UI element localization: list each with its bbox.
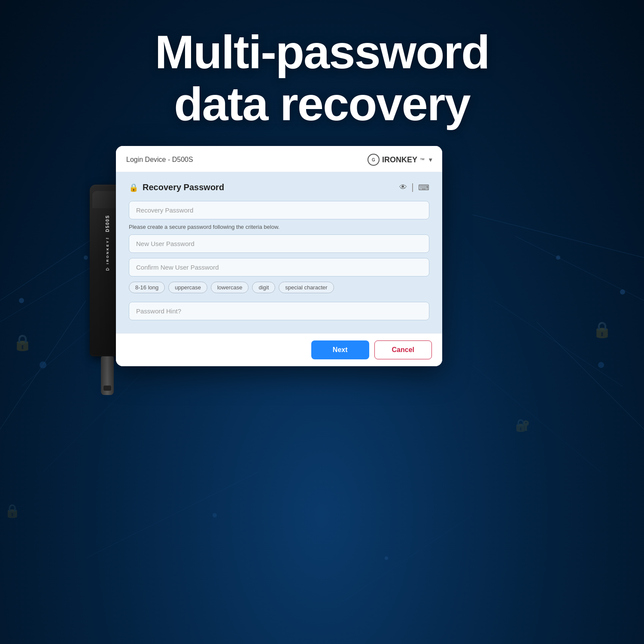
ironkey-tm: ™ xyxy=(420,157,425,162)
dialog-title-bar: Login Device - D500S G IRONKEY ™ ▾ xyxy=(116,146,442,172)
criteria-badge-uppercase: uppercase xyxy=(168,282,207,293)
svg-text:🔒: 🔒 xyxy=(592,320,612,339)
usb-port xyxy=(103,386,111,391)
hero-section: Multi-password data recovery xyxy=(0,26,644,130)
cancel-button[interactable]: Cancel xyxy=(374,340,432,359)
new-user-password-input[interactable] xyxy=(129,234,429,253)
svg-line-21 xyxy=(343,515,472,601)
hero-title: Multi-password data recovery xyxy=(0,26,644,130)
section-lock-icon: 🔒 xyxy=(129,183,138,192)
ironkey-logo: G IRONKEY ™ ▾ xyxy=(368,154,432,166)
svg-line-14 xyxy=(472,365,601,472)
confirm-password-input[interactable] xyxy=(129,258,429,276)
chevron-down-icon[interactable]: ▾ xyxy=(429,156,432,163)
dialog-title: Login Device - D500S xyxy=(126,156,193,164)
icon-divider xyxy=(412,183,413,192)
password-hint-input[interactable] xyxy=(129,302,429,320)
svg-text:🔒: 🔒 xyxy=(13,333,32,352)
visibility-toggle-icon[interactable]: 👁 xyxy=(399,183,407,192)
svg-point-16 xyxy=(556,255,560,260)
section-title-left: 🔒 Recovery Password xyxy=(129,182,224,192)
svg-line-13 xyxy=(537,322,644,429)
svg-point-5 xyxy=(19,298,24,303)
svg-point-23 xyxy=(385,556,388,560)
svg-text:🔒: 🔒 xyxy=(4,503,21,519)
usb-model: D500S xyxy=(105,215,110,232)
section-title-text: Recovery Password xyxy=(143,182,224,192)
ironkey-brand-text: IRONKEY xyxy=(382,155,417,164)
svg-text:🔐: 🔐 xyxy=(515,418,530,432)
section-header: 🔒 Recovery Password 👁 ⌨ xyxy=(129,182,429,192)
password-hint-text: Please create a secure password followin… xyxy=(129,224,429,230)
recovery-password-input[interactable] xyxy=(129,201,429,219)
keyboard-icon[interactable]: ⌨ xyxy=(418,183,429,192)
password-criteria-group: 8-16 long uppercase lowercase digit spec… xyxy=(129,282,429,293)
criteria-badge-length: 8-16 long xyxy=(129,282,165,293)
dialog-footer: Next Cancel xyxy=(116,333,442,366)
next-button[interactable]: Next xyxy=(311,340,369,359)
svg-point-15 xyxy=(620,289,625,295)
svg-line-20 xyxy=(86,472,258,558)
svg-point-7 xyxy=(39,361,46,368)
criteria-badge-digit: digit xyxy=(252,282,275,293)
section-controls: 👁 ⌨ xyxy=(399,183,429,192)
svg-point-17 xyxy=(598,362,604,368)
ironkey-shield-icon: G xyxy=(368,154,380,166)
svg-line-10 xyxy=(472,215,644,258)
dialog-body: 🔒 Recovery Password 👁 ⌨ Please create a … xyxy=(116,172,442,333)
login-dialog: Login Device - D500S G IRONKEY ™ ▾ 🔒 Rec… xyxy=(116,146,442,366)
usb-brand: 🛡 IRONKEY™ xyxy=(106,234,109,271)
criteria-badge-lowercase: lowercase xyxy=(211,282,249,293)
criteria-badge-special: special character xyxy=(279,282,334,293)
svg-point-22 xyxy=(213,513,217,517)
usb-connector xyxy=(101,356,114,395)
